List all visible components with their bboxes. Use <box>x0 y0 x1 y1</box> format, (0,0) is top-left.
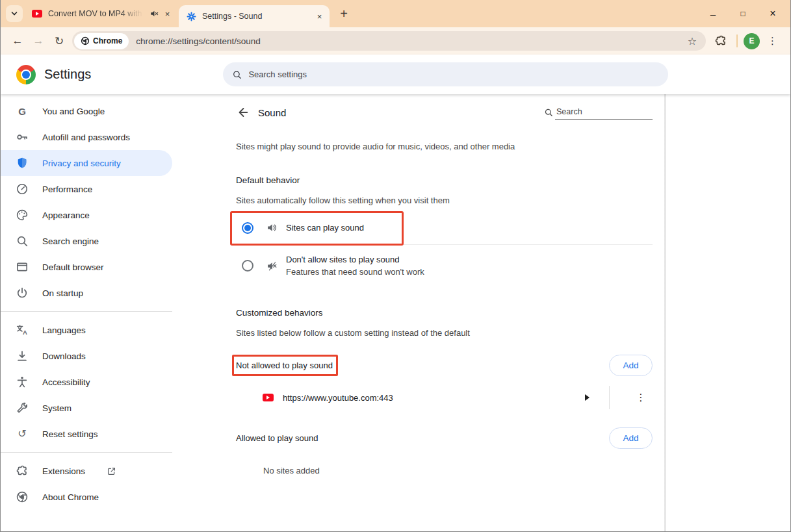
address-bar[interactable]: Chrome chrome://settings/content/sound ☆ <box>72 31 706 51</box>
tab-settings-sound[interactable]: Settings - Sound × <box>179 5 330 27</box>
window-minimize-button[interactable]: – <box>698 0 728 27</box>
settings-content: Sound Sites might play sound to provide … <box>223 94 666 532</box>
expand-arrow-icon[interactable] <box>585 394 590 401</box>
sidebar-divider <box>1 452 172 453</box>
customized-behaviors-subtitle: Sites listed below follow a custom setti… <box>236 328 653 338</box>
add-not-allowed-button[interactable]: Add <box>609 355 653 376</box>
not-allowed-section-header: Not allowed to play sound Add <box>236 354 653 376</box>
extensions-toolbar-button[interactable] <box>711 31 731 51</box>
page-title: Settings <box>44 67 91 82</box>
tab-close-button[interactable]: × <box>161 8 174 20</box>
wrench-icon <box>16 401 29 414</box>
window-close-button[interactable]: × <box>758 0 788 27</box>
key-icon <box>16 131 29 144</box>
chrome-logo-icon <box>16 65 36 84</box>
puzzle-icon <box>714 34 727 47</box>
site-url: https://www.youtube.com:443 <box>283 393 393 403</box>
sidebar-item-accessibility[interactable]: Accessibility <box>1 369 172 395</box>
search-icon <box>232 70 242 80</box>
toolbar-separator <box>736 34 738 47</box>
not-allowed-label: Not allowed to play sound <box>232 355 338 376</box>
accessibility-person-icon <box>16 375 29 388</box>
add-allowed-button[interactable]: Add <box>609 427 653 449</box>
puzzle-icon <box>16 464 29 477</box>
url-text: chrome://settings/content/sound <box>136 36 260 46</box>
sidebar-item-search-engine[interactable]: Search engine <box>1 228 172 254</box>
site-info-chip[interactable]: Chrome <box>74 33 129 49</box>
option-dont-allow-sound[interactable]: Don't allow sites to play sound Features… <box>236 249 653 282</box>
browser-window: Convert MOV to MP4 with a × Settin <box>0 0 791 532</box>
forward-button[interactable]: → <box>28 31 49 51</box>
option-sites-can-play-sound[interactable]: Sites can play sound <box>236 211 653 245</box>
sidebar-item-system[interactable]: System <box>1 395 172 421</box>
browser-toolbar: ← → ↻ Chrome chrome://settings/content/s… <box>1 27 790 55</box>
radio-selected[interactable] <box>242 222 253 234</box>
back-button[interactable]: ← <box>7 31 28 51</box>
option-label: Don't allow sites to play sound <box>286 255 424 264</box>
sidebar-item-languages[interactable]: A Languages <box>1 317 172 343</box>
tab-search-button[interactable] <box>6 5 23 22</box>
sidebar-item-about-chrome[interactable]: About Chrome <box>1 484 172 510</box>
no-sites-message: No sites added <box>263 466 653 475</box>
back-arrow-button[interactable] <box>236 105 250 120</box>
settings-gear-icon <box>187 12 196 21</box>
muted-speaker-icon <box>266 260 278 272</box>
site-chip-label: Chrome <box>93 36 122 45</box>
tab-strip: Convert MOV to MP4 with a × Settin <box>1 0 790 27</box>
sidebar-item-you-and-google[interactable]: G You and Google <box>1 98 172 124</box>
allowed-section-header: Allowed to play sound Add <box>236 427 653 449</box>
profile-avatar[interactable]: E <box>744 33 760 49</box>
option-label: Sites can play sound <box>286 223 364 233</box>
subpage-title: Sound <box>258 107 286 118</box>
google-g-icon: G <box>16 105 29 118</box>
youtube-favicon-icon <box>263 394 274 401</box>
default-behavior-title: Default behavior <box>236 175 653 185</box>
customized-behaviors-title: Customized behaviors <box>236 308 653 318</box>
radio-unselected[interactable] <box>242 260 253 272</box>
tab-muted-icon <box>149 9 159 18</box>
sidebar-item-appearance[interactable]: Appearance <box>1 202 172 228</box>
sidebar-item-downloads[interactable]: Downloads <box>1 343 172 369</box>
search-icon <box>16 234 29 247</box>
subpage-search-input[interactable] <box>555 106 653 120</box>
speaker-icon <box>266 222 278 233</box>
tab-title: Convert MOV to MP4 with a <box>48 9 147 18</box>
option-description: Features that need sound won't work <box>286 267 424 277</box>
allowed-label: Allowed to play sound <box>236 433 318 443</box>
settings-body: G You and Google Autofill and passwords <box>1 94 790 532</box>
youtube-favicon-icon <box>32 10 42 18</box>
sidebar-item-privacy-security[interactable]: Privacy and security <box>1 150 172 176</box>
site-row-youtube[interactable]: https://www.youtube.com:443 ⋮ <box>236 382 653 413</box>
sidebar-item-default-browser[interactable]: Default browser <box>1 254 172 280</box>
sidebar-item-on-startup[interactable]: On startup <box>1 280 172 306</box>
chrome-outline-icon <box>16 490 29 503</box>
settings-header: Settings <box>1 55 790 94</box>
subpage-search <box>544 106 653 120</box>
row-separator <box>609 386 610 409</box>
browser-menu-button[interactable]: ⋮ <box>760 35 784 47</box>
external-link-icon <box>107 466 116 476</box>
settings-search-box[interactable] <box>223 62 668 86</box>
translate-icon: A <box>16 323 29 336</box>
sidebar-item-extensions[interactable]: Extensions <box>1 458 172 484</box>
site-more-actions-button[interactable]: ⋮ <box>629 392 653 403</box>
sidebar-item-autofill[interactable]: Autofill and passwords <box>1 124 172 150</box>
chevron-down-icon <box>10 10 18 18</box>
window-maximize-button[interactable]: □ <box>728 0 758 27</box>
speedometer-icon <box>16 183 29 196</box>
download-icon <box>16 349 29 362</box>
svg-text:A: A <box>23 329 27 336</box>
tab-convert-mov[interactable]: Convert MOV to MP4 with a × <box>23 0 177 27</box>
bookmark-star-icon[interactable]: ☆ <box>684 35 701 47</box>
sidebar-item-performance[interactable]: Performance <box>1 176 172 202</box>
default-behavior-subtitle: Sites automatically follow this setting … <box>236 196 653 205</box>
reset-icon: ↺ <box>16 427 29 440</box>
reload-button[interactable]: ↻ <box>49 31 70 51</box>
search-icon <box>544 108 553 117</box>
tab-close-button[interactable]: × <box>313 10 326 23</box>
settings-search-input[interactable] <box>248 70 659 79</box>
new-tab-button[interactable]: + <box>335 5 353 23</box>
power-icon <box>16 286 29 299</box>
sidebar-item-reset-settings[interactable]: ↺ Reset settings <box>1 421 172 447</box>
settings-sidebar: G You and Google Autofill and passwords <box>1 94 223 532</box>
